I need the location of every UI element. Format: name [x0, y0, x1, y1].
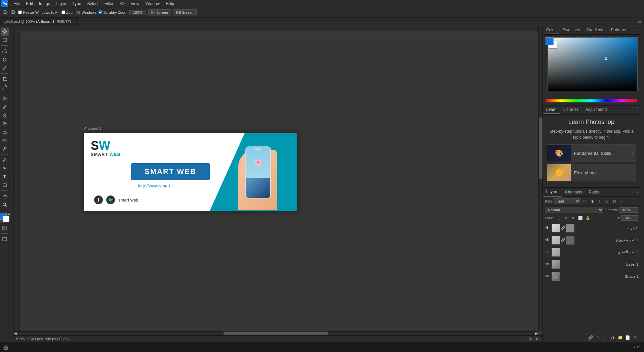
- zoom-level-input[interactable]: [129, 10, 146, 15]
- foreground-color-swatch[interactable]: [546, 37, 554, 45]
- gradient-tool[interactable]: [1, 136, 9, 144]
- layer-item[interactable]: 👁 الشعار الاصلي: [543, 246, 640, 258]
- nav-prev-button[interactable]: ◄: [527, 337, 533, 341]
- layer-item[interactable]: 👁 Layer 1: [543, 258, 640, 270]
- layer-filter-type[interactable]: T: [597, 198, 603, 204]
- tab-paths[interactable]: Paths: [586, 188, 603, 196]
- color-gradient-picker[interactable]: [548, 37, 638, 91]
- screen-mode-button[interactable]: [1, 235, 9, 243]
- tab-swatches[interactable]: Swatches: [559, 26, 583, 34]
- pen-tool[interactable]: [1, 156, 9, 164]
- hue-slider-horizontal[interactable]: [546, 99, 637, 102]
- shape-tool[interactable]: [1, 181, 9, 189]
- crop-tool[interactable]: [1, 75, 9, 83]
- move-tool[interactable]: [1, 28, 9, 36]
- link-layers-button[interactable]: 🔗: [588, 335, 594, 341]
- lock-pixels-btn[interactable]: ✏: [563, 215, 568, 221]
- blend-mode-select[interactable]: Normal Multiply Screen Overlay: [545, 207, 603, 213]
- eyedropper-tool[interactable]: [1, 83, 9, 91]
- zoom-out-icon[interactable]: [2, 9, 8, 15]
- layer-visibility-toggle[interactable]: 👁: [544, 237, 550, 243]
- background-swatch[interactable]: [3, 216, 9, 222]
- path-selection-tool[interactable]: [1, 164, 9, 172]
- dodge-tool[interactable]: [1, 145, 9, 153]
- tab-learn[interactable]: Learn: [543, 105, 560, 114]
- learn-card-fundamental[interactable]: 🎨 Fundamental Skills ›: [547, 144, 636, 162]
- layer-filter-shape[interactable]: ⬡: [604, 198, 610, 204]
- color-panel-arrow[interactable]: »: [634, 29, 640, 32]
- canvas-area[interactable]: Artboard 1 SW SMART WEB SMART WEB http:/…: [13, 26, 542, 342]
- tabbar-collapse[interactable]: ≫: [636, 19, 644, 24]
- layer-visibility-toggle[interactable]: 👁: [544, 249, 550, 255]
- lock-position-btn[interactable]: ✥: [570, 215, 576, 221]
- taskbar-home[interactable]: [1, 343, 10, 352]
- learn-panel-arrow[interactable]: »: [634, 105, 640, 114]
- hand-tool[interactable]: [1, 192, 9, 200]
- lock-artboard-btn[interactable]: ⬜: [578, 215, 583, 221]
- menu-select[interactable]: Select: [84, 1, 101, 7]
- new-layer-button[interactable]: 📄: [625, 335, 631, 341]
- more-tools-button[interactable]: …: [1, 244, 9, 252]
- new-fill-layer-button[interactable]: ◑: [610, 335, 616, 341]
- layer-item[interactable]: 👁 🔗 الشعار مقروزع: [543, 234, 640, 246]
- swap-colors-icon[interactable]: ⇄: [7, 212, 10, 216]
- vertical-scrollbar[interactable]: [538, 26, 542, 331]
- lock-transparent-btn[interactable]: ⬚: [556, 215, 561, 221]
- layer-item[interactable]: 👁 Shape 1: [543, 270, 640, 282]
- magic-wand-tool[interactable]: [1, 64, 9, 72]
- add-mask-button[interactable]: ⬚: [602, 335, 608, 341]
- menu-window[interactable]: Window: [143, 1, 163, 7]
- menu-3d[interactable]: 3D: [117, 1, 127, 7]
- tab-libraries[interactable]: Libraries: [560, 105, 582, 114]
- artboard-tool[interactable]: [1, 36, 9, 44]
- resize-windows-checkbox[interactable]: [18, 10, 22, 14]
- tab-close-button[interactable]: ×: [73, 20, 75, 24]
- lock-all-btn[interactable]: 🔒: [585, 215, 591, 221]
- tab-channels[interactable]: Channels: [562, 188, 586, 196]
- fit-screen-button[interactable]: Fit Screen: [148, 9, 171, 15]
- tab-layers[interactable]: Layers: [543, 188, 562, 196]
- marquee-tool[interactable]: [1, 47, 9, 55]
- menu-layer[interactable]: Layer: [53, 1, 69, 7]
- layers-panel-arrow[interactable]: »: [634, 190, 640, 194]
- zoom-all-checkbox[interactable]: [62, 10, 65, 14]
- menu-view[interactable]: View: [128, 1, 142, 7]
- tab-adjustments[interactable]: Adjustments: [582, 105, 611, 114]
- history-brush-tool[interactable]: [1, 120, 9, 128]
- tab-gradients[interactable]: Gradients: [583, 26, 608, 34]
- zoom-tool[interactable]: [1, 201, 9, 209]
- v-scroll-thumb[interactable]: [539, 118, 542, 179]
- menu-help[interactable]: Help: [163, 1, 177, 7]
- layer-item[interactable]: 👁 🔗 الايقونة: [543, 222, 640, 234]
- menu-file[interactable]: File: [11, 1, 23, 7]
- fill-input[interactable]: [621, 215, 638, 221]
- clone-stamp-tool[interactable]: [1, 111, 9, 119]
- eraser-tool[interactable]: [1, 128, 9, 136]
- horizontal-scrollbar[interactable]: ◄ ►: [13, 331, 538, 335]
- delete-layer-button[interactable]: 🗑: [632, 335, 638, 341]
- right-panel-collapse[interactable]: ›: [640, 26, 644, 342]
- layer-visibility-toggle[interactable]: 👁: [544, 273, 550, 279]
- opacity-input[interactable]: [619, 207, 638, 213]
- healing-tool[interactable]: [1, 94, 9, 102]
- layer-filter-smart[interactable]: ◻: [611, 198, 617, 204]
- menu-edit[interactable]: Edit: [23, 1, 36, 7]
- zoom-in-icon[interactable]: [10, 9, 16, 15]
- tab-color[interactable]: Color: [543, 26, 559, 34]
- new-group-button[interactable]: 📁: [617, 335, 623, 341]
- reset-colors-icon[interactable]: ⬛: [0, 220, 3, 223]
- layer-filter-dot[interactable]: •: [619, 198, 625, 204]
- menu-type[interactable]: Type: [70, 1, 84, 7]
- document-tab[interactable]: الدالل.psd @ 100% (Artboard 1, RGB/8#) ×: [0, 17, 79, 26]
- layer-filter-adjust[interactable]: ◑: [589, 198, 595, 204]
- add-fx-button[interactable]: fx: [595, 335, 601, 341]
- text-tool[interactable]: T: [1, 173, 9, 181]
- sidebar-toggle[interactable]: ‹: [9, 26, 13, 342]
- nav-next-button[interactable]: ►: [534, 337, 540, 341]
- layer-kind-select[interactable]: Kind Name Effect: [554, 198, 580, 204]
- h-scroll-thumb[interactable]: [224, 332, 328, 335]
- lasso-tool[interactable]: [1, 55, 9, 63]
- brush-tool[interactable]: [1, 103, 9, 111]
- fill-screen-button[interactable]: Fill Screen: [173, 9, 197, 15]
- scrubby-zoom-checkbox[interactable]: [98, 10, 102, 14]
